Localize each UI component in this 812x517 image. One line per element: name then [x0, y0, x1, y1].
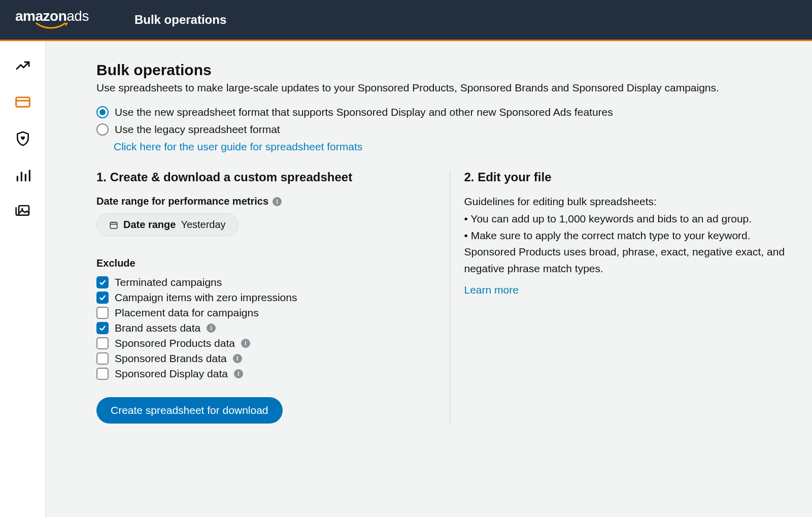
sidebar-item-campaigns[interactable]: [14, 93, 32, 111]
info-icon[interactable]: i: [241, 339, 250, 348]
guideline-bullet: • You can add up to 1,000 keywords and b…: [464, 211, 787, 228]
exclude-option-label: Sponsored Brands data: [115, 352, 227, 365]
exclude-option-label: Placement data for campaigns: [115, 307, 259, 319]
radio-legacy-format[interactable]: Use the legacy spreadsheet format: [96, 123, 787, 136]
page-title: Bulk operations: [96, 61, 787, 79]
checkbox-checked-icon: [96, 322, 109, 334]
exclude-option-label: Brand assets data: [115, 322, 200, 334]
card-icon: [15, 94, 31, 110]
date-range-label: Date range for performance metrics i: [96, 196, 419, 207]
checkbox-checked-icon: [96, 276, 109, 288]
gallery-icon: [15, 204, 31, 220]
section1-heading: 1. Create & download a custom spreadshee…: [96, 170, 419, 184]
info-icon[interactable]: i: [233, 354, 242, 363]
top-header: amazonads Bulk operations: [0, 0, 812, 41]
info-icon[interactable]: i: [273, 197, 282, 206]
checkbox-unchecked-icon: [96, 352, 109, 365]
exclude-option[interactable]: Sponsored Display datai: [96, 368, 419, 380]
logo-ads-text: ads: [66, 8, 89, 24]
exclude-list: Terminated campaignsCampaign items with …: [96, 276, 419, 380]
radio-new-format[interactable]: Use the new spreadsheet format that supp…: [96, 106, 787, 118]
radio-icon-selected: [96, 106, 109, 118]
page-subtitle: Use spreadsheets to make large-scale upd…: [96, 82, 787, 94]
format-guide-link[interactable]: Click here for the user guide for spread…: [114, 141, 362, 152]
sidebar-item-assets[interactable]: [14, 203, 32, 221]
exclude-option-label: Sponsored Display data: [115, 368, 228, 380]
create-spreadsheet-button[interactable]: Create spreadsheet for download: [96, 397, 283, 424]
amazon-smile-icon: [36, 22, 71, 30]
info-icon[interactable]: i: [234, 369, 243, 378]
sidebar: [0, 41, 46, 517]
date-range-lead: Date range: [123, 219, 176, 231]
svg-rect-8: [110, 222, 117, 228]
svg-rect-6: [19, 206, 29, 215]
exclude-option-label: Sponsored Products data: [115, 337, 235, 349]
checkbox-unchecked-icon: [96, 368, 109, 380]
bar-chart-icon: [15, 167, 31, 183]
exclude-option[interactable]: Terminated campaigns: [96, 276, 419, 288]
trend-up-icon: [15, 57, 31, 74]
exclude-option[interactable]: Brand assets datai: [96, 322, 419, 334]
guideline-bullet: • Make sure to apply the correct match t…: [464, 228, 787, 277]
learn-more-link[interactable]: Learn more: [464, 284, 519, 296]
radio-icon-unselected: [96, 123, 109, 136]
exclude-option[interactable]: Sponsored Brands datai: [96, 352, 419, 365]
section-create-download: 1. Create & download a custom spreadshee…: [96, 170, 429, 424]
svg-rect-0: [16, 98, 29, 107]
exclude-option[interactable]: Sponsored Products datai: [96, 337, 419, 349]
exclude-option-label: Terminated campaigns: [115, 276, 222, 288]
sidebar-item-reports[interactable]: [14, 166, 32, 184]
exclude-label: Exclude: [96, 257, 419, 269]
section-edit-file: 2. Edit your file Guidelines for editing…: [450, 170, 787, 424]
sidebar-item-brand-safety[interactable]: [14, 130, 32, 148]
amazon-ads-logo: amazonads: [15, 9, 89, 30]
date-range-value: Yesterday: [181, 219, 225, 231]
date-range-picker[interactable]: Date range Yesterday: [96, 213, 239, 236]
header-title: Bulk operations: [134, 13, 226, 27]
checkbox-unchecked-icon: [96, 307, 109, 319]
sidebar-item-trends[interactable]: [14, 56, 32, 75]
logo-amazon-text: amazon: [15, 8, 66, 24]
radio-legacy-format-label: Use the legacy spreadsheet format: [115, 123, 280, 136]
main-content: Bulk operations Use spreadsheets to make…: [46, 41, 812, 517]
shield-heart-icon: [15, 131, 31, 147]
guidelines-intro: Guidelines for editing bulk spreadsheets…: [464, 196, 787, 208]
exclude-option[interactable]: Campaign items with zero impressions: [96, 292, 419, 304]
info-icon[interactable]: i: [207, 324, 216, 333]
guidelines-list: • You can add up to 1,000 keywords and b…: [464, 211, 787, 277]
section2-heading: 2. Edit your file: [464, 170, 787, 184]
calendar-icon: [109, 220, 118, 230]
checkbox-unchecked-icon: [96, 337, 109, 349]
checkbox-checked-icon: [96, 292, 109, 304]
radio-new-format-label: Use the new spreadsheet format that supp…: [115, 106, 613, 118]
exclude-option-label: Campaign items with zero impressions: [115, 292, 297, 304]
exclude-option[interactable]: Placement data for campaigns: [96, 307, 419, 319]
